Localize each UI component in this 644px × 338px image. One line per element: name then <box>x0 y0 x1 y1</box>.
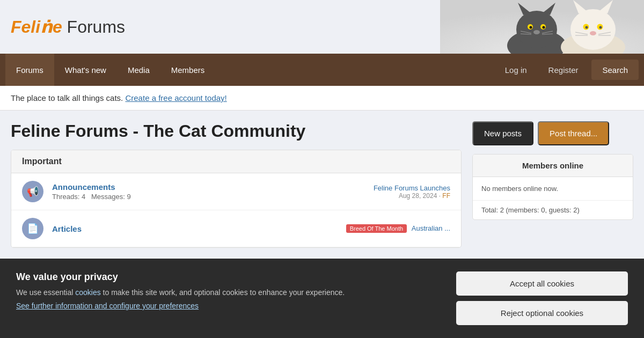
threads-count: 4 <box>82 193 85 201</box>
svg-point-8 <box>543 26 545 29</box>
main-nav: Forums What's new Media Members Log in R… <box>0 54 644 86</box>
svg-point-9 <box>533 30 540 34</box>
banner-create-account-link[interactable]: Create a free account today! <box>125 93 226 102</box>
threads-label: Threads: <box>52 193 79 201</box>
reject-cookies-button[interactable]: Reject optional cookies <box>456 301 628 325</box>
forum-row-announcements[interactable]: 📢 Announcements Threads: 4 Messages: 9 F… <box>11 173 461 210</box>
latest-thread-title-announcements[interactable]: Feline Forums Launches <box>374 184 450 192</box>
svg-point-7 <box>530 26 532 29</box>
no-members-text: No members online now. <box>481 185 624 193</box>
forum-info-articles: Articles <box>52 224 338 233</box>
forum-row-articles[interactable]: 📄 Articles Breed Of The Month Australian… <box>11 210 461 247</box>
action-buttons-container: New posts Post thread... <box>472 121 633 145</box>
nav-item-forums[interactable]: Forums <box>5 54 54 86</box>
forum-latest-articles: Breed Of The Month Australian ... <box>346 224 450 233</box>
banner-text: The place to talk all things cats. <box>11 93 123 102</box>
nav-item-whats-new[interactable]: What's new <box>54 54 117 86</box>
header-cat-illustration <box>440 0 644 54</box>
nav-left: Forums What's new Media Members <box>5 54 497 86</box>
main-content: Feline Forums - The Cat Community Import… <box>0 111 644 259</box>
cookie-desc-prefix: We use essential <box>16 288 73 297</box>
new-posts-button[interactable]: New posts <box>472 121 533 145</box>
nav-search-button[interactable]: Search <box>591 60 639 80</box>
forum-icon-announcements: 📢 <box>22 181 43 202</box>
page-title: Feline Forums - The Cat Community <box>11 121 462 141</box>
svg-point-21 <box>599 26 602 29</box>
members-online-body: No members online now. <box>473 177 633 200</box>
forum-info-announcements: Announcements Threads: 4 Messages: 9 <box>52 182 365 201</box>
cookie-desc-suffix: to make this site work, and optional coo… <box>103 288 345 297</box>
nav-item-members[interactable]: Members <box>160 54 216 86</box>
nav-item-media[interactable]: Media <box>117 54 160 86</box>
messages-count: 9 <box>127 193 131 201</box>
members-online-card: Members online No members online now. To… <box>472 154 633 220</box>
site-header: Feliṅe Forums <box>0 0 644 54</box>
svg-point-2 <box>516 11 557 48</box>
cookie-more-info-link[interactable]: See further information and configure yo… <box>16 302 199 310</box>
post-thread-button[interactable]: Post thread... <box>538 121 609 145</box>
nav-right: Log in Register Search <box>497 54 639 86</box>
badge-breed-of-month: Breed Of The Month <box>346 224 407 233</box>
accept-cookies-button[interactable]: Accept all cookies <box>456 271 628 296</box>
cookie-title: We value your privacy <box>16 271 440 283</box>
forum-icon-articles: 📄 <box>22 218 43 239</box>
cookie-banner: We value your privacy We use essential c… <box>0 259 644 338</box>
left-column: Feline Forums - The Cat Community Import… <box>11 121 462 248</box>
cookie-text-column: We value your privacy We use essential c… <box>16 271 440 311</box>
svg-point-22 <box>590 31 596 35</box>
logo-feline: Feliṅe <box>11 17 62 37</box>
site-banner: The place to talk all things cats. Creat… <box>0 86 644 111</box>
forum-name-articles[interactable]: Articles <box>52 224 338 233</box>
nav-register[interactable]: Register <box>540 54 587 86</box>
nav-login[interactable]: Log in <box>497 54 535 86</box>
right-column: New posts Post thread... Members online … <box>472 121 633 248</box>
site-logo[interactable]: Feliṅe Forums <box>11 17 125 37</box>
members-total: Total: 2 (members: 0, guests: 2) <box>473 200 633 219</box>
svg-point-15 <box>570 9 616 50</box>
logo-forums: Forums <box>67 17 125 37</box>
forum-section-important: Important 📢 Announcements Threads: 4 Mes… <box>11 150 462 248</box>
forum-latest-announcements: Feline Forums Launches Aug 28, 2024 · FF <box>374 184 450 200</box>
members-online-title: Members online <box>473 155 633 177</box>
latest-thread-date-announcements: Aug 28, 2024 · FF <box>374 192 450 200</box>
messages-label: Messages: <box>91 193 125 201</box>
cookie-buttons: Accept all cookies Reject optional cooki… <box>456 271 628 325</box>
cookie-link[interactable]: cookies <box>75 288 100 297</box>
section-header-important: Important <box>11 150 461 173</box>
latest-thread-title-articles[interactable]: Australian ... <box>412 224 450 232</box>
forum-meta-announcements: Threads: 4 Messages: 9 <box>52 193 365 201</box>
svg-point-20 <box>586 26 588 29</box>
cookie-description: We use essential cookies to make this si… <box>16 288 440 297</box>
forum-name-announcements[interactable]: Announcements <box>52 182 365 192</box>
